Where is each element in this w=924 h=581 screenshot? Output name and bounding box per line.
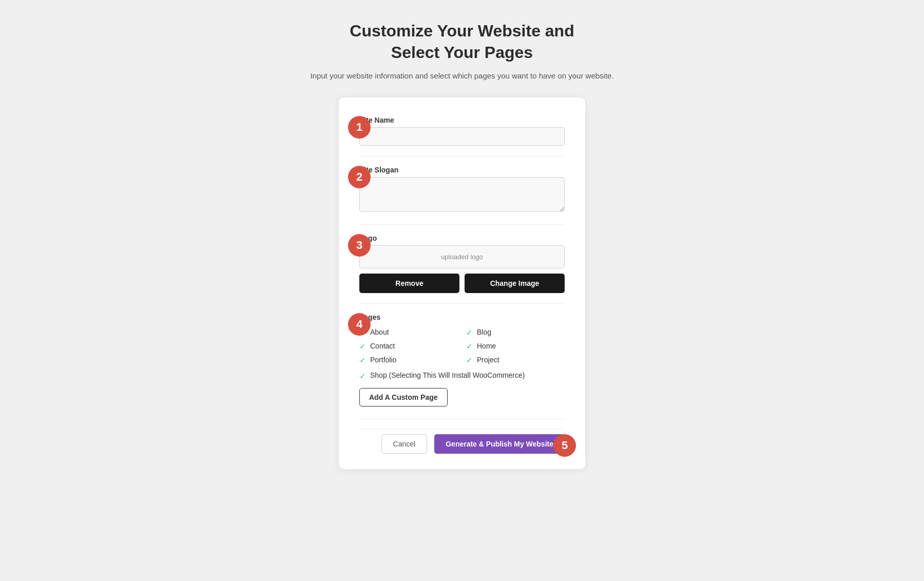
generate-publish-button[interactable]: Generate & Publish My Website: [434, 434, 565, 454]
remove-logo-button[interactable]: Remove: [359, 274, 459, 293]
list-item: ✓ Shop (Selecting This Will Install WooC…: [359, 371, 565, 381]
page-title: Customize Your Website and Select Your P…: [310, 21, 613, 63]
page-shop-label: Shop (Selecting This Will Install WooCom…: [370, 371, 525, 379]
list-item: ✓ Portfolio: [359, 355, 458, 365]
logo-label: Logo: [359, 234, 565, 242]
main-card: 1 Site Name 2 Site Slogan 3 Logo uploade…: [339, 98, 585, 469]
page-home-label: Home: [477, 342, 496, 350]
site-name-input[interactable]: [359, 127, 565, 146]
cancel-button[interactable]: Cancel: [381, 434, 428, 454]
site-name-section: 1 Site Name: [359, 116, 565, 146]
list-item: ✓ Contact: [359, 341, 458, 351]
page-about-label: About: [370, 328, 389, 336]
check-icon: ✓: [466, 342, 473, 351]
page-subtitle: Input your website information and selec…: [310, 70, 613, 82]
page-contact-label: Contact: [370, 342, 395, 350]
check-icon: ✓: [466, 356, 473, 365]
logo-preview-text: uploaded logo: [441, 253, 483, 261]
site-slogan-label: Site Slogan: [359, 166, 565, 174]
list-item: ✓ About: [359, 327, 458, 337]
check-icon: ✓: [359, 372, 366, 381]
site-slogan-input[interactable]: [359, 177, 565, 212]
logo-preview-box: uploaded logo: [359, 245, 565, 268]
site-slogan-section: 2 Site Slogan: [359, 166, 565, 214]
page-project-label: Project: [477, 356, 499, 364]
step-badge-5: 5: [553, 434, 576, 457]
step-badge-2: 2: [348, 166, 371, 188]
step-badge-1: 1: [348, 116, 371, 139]
card-footer: Cancel Generate & Publish My Website 5: [359, 429, 565, 454]
list-item: ✓ Project: [466, 355, 565, 365]
check-icon: ✓: [359, 356, 366, 365]
list-item: ✓ Blog: [466, 327, 565, 337]
pages-section: 4 Pages ✓ About ✓ Blog ✓ Contact ✓ Home: [359, 313, 565, 406]
step-badge-3: 3: [348, 234, 371, 257]
page-header: Customize Your Website and Select Your P…: [310, 21, 613, 82]
check-icon: ✓: [359, 342, 366, 351]
check-icon: ✓: [466, 328, 473, 337]
page-portfolio-label: Portfolio: [370, 356, 396, 364]
add-custom-page-button[interactable]: Add A Custom Page: [359, 388, 448, 406]
pages-grid: ✓ About ✓ Blog ✓ Contact ✓ Home ✓ Portfo…: [359, 327, 565, 365]
change-image-button[interactable]: Change Image: [465, 274, 565, 293]
logo-section: 3 Logo uploaded logo Remove Change Image: [359, 234, 565, 293]
step-badge-4: 4: [348, 313, 371, 336]
logo-buttons: Remove Change Image: [359, 274, 565, 293]
pages-label: Pages: [359, 313, 565, 321]
list-item: ✓ Home: [466, 341, 565, 351]
site-name-label: Site Name: [359, 116, 565, 124]
page-blog-label: Blog: [477, 328, 491, 336]
